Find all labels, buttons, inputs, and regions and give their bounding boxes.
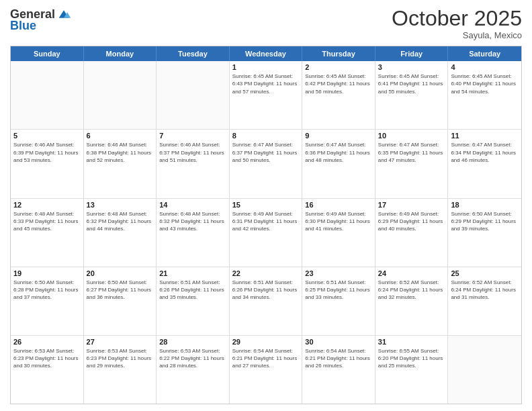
- day-number: 13: [87, 201, 154, 209]
- day-2: 2Sunrise: 6:45 AM Sunset: 6:42 PM Daylig…: [302, 61, 375, 129]
- empty-cell: [448, 336, 521, 404]
- day-info: Sunrise: 6:47 AM Sunset: 6:34 PM Dayligh…: [451, 141, 519, 164]
- day-number: 27: [87, 338, 154, 346]
- day-25: 25Sunrise: 6:52 AM Sunset: 6:24 PM Dayli…: [448, 267, 521, 335]
- calendar: SundayMondayTuesdayWednesdayThursdayFrid…: [10, 46, 522, 404]
- calendar-body: 1Sunrise: 6:45 AM Sunset: 6:43 PM Daylig…: [11, 61, 521, 404]
- day-5: 5Sunrise: 6:46 AM Sunset: 6:39 PM Daylig…: [11, 130, 84, 197]
- header-thursday: Thursday: [302, 46, 375, 61]
- day-number: 25: [451, 269, 519, 277]
- day-number: 21: [159, 269, 226, 277]
- week-5: 26Sunrise: 6:53 AM Sunset: 6:23 PM Dayli…: [11, 336, 521, 404]
- page: General Blue October 2025 Sayula, Mexico…: [0, 0, 532, 411]
- day-info: Sunrise: 6:53 AM Sunset: 6:22 PM Dayligh…: [159, 347, 226, 370]
- logo: General Blue: [10, 7, 71, 33]
- day-21: 21Sunrise: 6:51 AM Sunset: 6:26 PM Dayli…: [157, 267, 230, 335]
- calendar-header: SundayMondayTuesdayWednesdayThursdayFrid…: [11, 46, 521, 61]
- day-info: Sunrise: 6:54 AM Sunset: 6:21 PM Dayligh…: [232, 347, 300, 370]
- day-10: 10Sunrise: 6:47 AM Sunset: 6:35 PM Dayli…: [375, 130, 449, 197]
- day-19: 19Sunrise: 6:50 AM Sunset: 6:28 PM Dayli…: [11, 267, 84, 335]
- day-number: 2: [305, 63, 372, 71]
- header-wednesday: Wednesday: [230, 46, 303, 61]
- day-info: Sunrise: 6:52 AM Sunset: 6:24 PM Dayligh…: [378, 279, 445, 302]
- week-1: 1Sunrise: 6:45 AM Sunset: 6:43 PM Daylig…: [11, 61, 521, 130]
- day-number: 1: [232, 63, 300, 71]
- day-31: 31Sunrise: 6:55 AM Sunset: 6:20 PM Dayli…: [375, 336, 449, 404]
- day-info: Sunrise: 6:47 AM Sunset: 6:37 PM Dayligh…: [232, 141, 300, 164]
- week-3: 12Sunrise: 6:48 AM Sunset: 6:33 PM Dayli…: [11, 199, 521, 267]
- day-info: Sunrise: 6:51 AM Sunset: 6:26 PM Dayligh…: [159, 279, 226, 302]
- header-friday: Friday: [375, 46, 449, 61]
- day-info: Sunrise: 6:54 AM Sunset: 6:21 PM Dayligh…: [305, 347, 372, 370]
- day-8: 8Sunrise: 6:47 AM Sunset: 6:37 PM Daylig…: [230, 130, 303, 197]
- day-number: 4: [451, 63, 519, 71]
- day-29: 29Sunrise: 6:54 AM Sunset: 6:21 PM Dayli…: [230, 336, 303, 404]
- month-title: October 2025: [392, 7, 522, 30]
- day-number: 26: [13, 338, 81, 346]
- day-28: 28Sunrise: 6:53 AM Sunset: 6:22 PM Dayli…: [157, 336, 230, 404]
- day-info: Sunrise: 6:51 AM Sunset: 6:25 PM Dayligh…: [305, 279, 372, 302]
- location: Sayula, Mexico: [392, 30, 522, 40]
- title-section: October 2025 Sayula, Mexico: [392, 7, 522, 40]
- day-info: Sunrise: 6:49 AM Sunset: 6:31 PM Dayligh…: [232, 210, 300, 233]
- day-number: 10: [378, 132, 445, 140]
- day-22: 22Sunrise: 6:51 AM Sunset: 6:26 PM Dayli…: [230, 267, 303, 335]
- day-info: Sunrise: 6:53 AM Sunset: 6:23 PM Dayligh…: [13, 347, 81, 370]
- day-26: 26Sunrise: 6:53 AM Sunset: 6:23 PM Dayli…: [11, 336, 84, 404]
- day-info: Sunrise: 6:45 AM Sunset: 6:42 PM Dayligh…: [305, 73, 372, 95]
- day-24: 24Sunrise: 6:52 AM Sunset: 6:24 PM Dayli…: [375, 267, 449, 335]
- day-27: 27Sunrise: 6:53 AM Sunset: 6:23 PM Dayli…: [84, 336, 157, 404]
- logo-icon: [56, 7, 71, 21]
- day-23: 23Sunrise: 6:51 AM Sunset: 6:25 PM Dayli…: [302, 267, 375, 335]
- day-number: 30: [305, 338, 372, 346]
- day-6: 6Sunrise: 6:46 AM Sunset: 6:38 PM Daylig…: [84, 130, 157, 197]
- day-15: 15Sunrise: 6:49 AM Sunset: 6:31 PM Dayli…: [230, 199, 303, 267]
- day-13: 13Sunrise: 6:48 AM Sunset: 6:32 PM Dayli…: [84, 199, 157, 267]
- header-sunday: Sunday: [11, 46, 84, 61]
- empty-cell: [11, 61, 84, 129]
- day-4: 4Sunrise: 6:45 AM Sunset: 6:40 PM Daylig…: [448, 61, 521, 129]
- day-info: Sunrise: 6:48 AM Sunset: 6:32 PM Dayligh…: [159, 210, 226, 233]
- day-number: 8: [232, 132, 300, 140]
- header-monday: Monday: [84, 46, 157, 61]
- day-number: 29: [232, 338, 300, 346]
- header-tuesday: Tuesday: [157, 46, 230, 61]
- day-number: 11: [451, 132, 519, 140]
- day-number: 19: [13, 269, 81, 277]
- day-12: 12Sunrise: 6:48 AM Sunset: 6:33 PM Dayli…: [11, 199, 84, 267]
- day-info: Sunrise: 6:48 AM Sunset: 6:32 PM Dayligh…: [87, 210, 154, 233]
- day-number: 18: [451, 201, 519, 209]
- day-11: 11Sunrise: 6:47 AM Sunset: 6:34 PM Dayli…: [448, 130, 521, 197]
- empty-cell: [157, 61, 230, 129]
- day-number: 17: [378, 201, 445, 209]
- day-number: 16: [305, 201, 372, 209]
- day-info: Sunrise: 6:49 AM Sunset: 6:30 PM Dayligh…: [305, 210, 372, 233]
- day-number: 15: [232, 201, 300, 209]
- day-17: 17Sunrise: 6:49 AM Sunset: 6:29 PM Dayli…: [375, 199, 449, 267]
- day-info: Sunrise: 6:46 AM Sunset: 6:38 PM Dayligh…: [87, 141, 154, 164]
- week-2: 5Sunrise: 6:46 AM Sunset: 6:39 PM Daylig…: [11, 130, 521, 198]
- day-info: Sunrise: 6:45 AM Sunset: 6:41 PM Dayligh…: [378, 73, 445, 95]
- header-saturday: Saturday: [448, 46, 521, 61]
- day-number: 22: [232, 269, 300, 277]
- day-info: Sunrise: 6:50 AM Sunset: 6:27 PM Dayligh…: [87, 279, 154, 302]
- day-number: 24: [378, 269, 445, 277]
- empty-cell: [84, 61, 157, 129]
- day-number: 28: [159, 338, 226, 346]
- day-info: Sunrise: 6:50 AM Sunset: 6:29 PM Dayligh…: [451, 210, 519, 233]
- day-number: 14: [159, 201, 226, 209]
- day-number: 9: [305, 132, 372, 140]
- day-number: 23: [305, 269, 372, 277]
- day-info: Sunrise: 6:48 AM Sunset: 6:33 PM Dayligh…: [13, 210, 81, 233]
- day-number: 6: [87, 132, 154, 140]
- day-16: 16Sunrise: 6:49 AM Sunset: 6:30 PM Dayli…: [302, 199, 375, 267]
- day-number: 5: [13, 132, 81, 140]
- day-20: 20Sunrise: 6:50 AM Sunset: 6:27 PM Dayli…: [84, 267, 157, 335]
- day-info: Sunrise: 6:46 AM Sunset: 6:37 PM Dayligh…: [159, 141, 226, 164]
- week-4: 19Sunrise: 6:50 AM Sunset: 6:28 PM Dayli…: [11, 267, 521, 336]
- day-info: Sunrise: 6:49 AM Sunset: 6:29 PM Dayligh…: [378, 210, 445, 233]
- day-30: 30Sunrise: 6:54 AM Sunset: 6:21 PM Dayli…: [302, 336, 375, 404]
- day-info: Sunrise: 6:55 AM Sunset: 6:20 PM Dayligh…: [378, 347, 445, 370]
- day-info: Sunrise: 6:53 AM Sunset: 6:23 PM Dayligh…: [87, 347, 154, 370]
- day-14: 14Sunrise: 6:48 AM Sunset: 6:32 PM Dayli…: [157, 199, 230, 267]
